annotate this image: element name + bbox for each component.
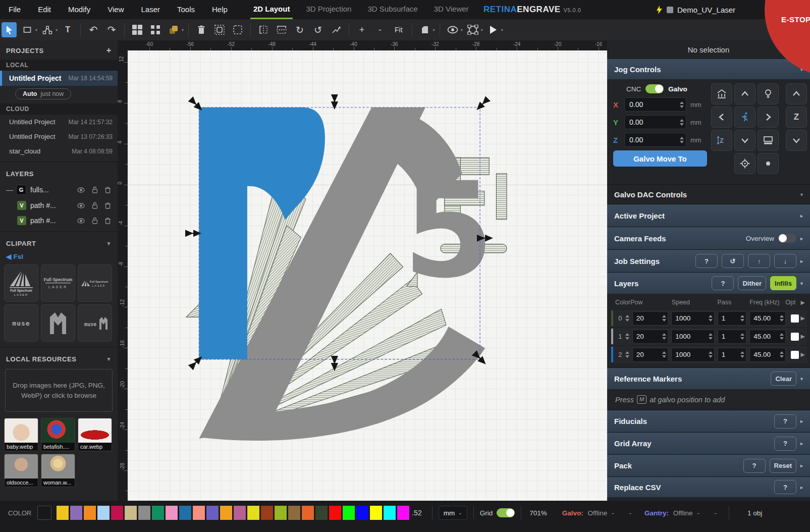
preview-caret[interactable]: ▾ [461, 28, 463, 32]
palette-swatch[interactable] [84, 506, 96, 520]
delete-layer-icon[interactable] [105, 187, 111, 193]
clear-markers-button[interactable]: Clear [771, 371, 796, 386]
clipart-tile-fsl-text-logo[interactable]: Full SpectrumLASER [41, 264, 75, 302]
freq-input[interactable]: 45.00 [749, 311, 785, 326]
table-header-caret[interactable]: ▶ [801, 299, 805, 306]
clipart-tile-muse-combo-logo[interactable]: muse [78, 304, 112, 342]
resource-thumbnail[interactable]: oldsocce... [4, 454, 38, 487]
select-area-button[interactable] [230, 22, 245, 37]
set-origin-button[interactable] [758, 153, 779, 174]
layer-index-spinner[interactable] [625, 314, 629, 323]
opt-checkbox[interactable] [791, 314, 799, 323]
section-reference-markers[interactable]: Reference Markers Clear ▾ [607, 368, 810, 389]
grid-toggle[interactable] [497, 508, 515, 517]
palette-swatch[interactable] [138, 506, 150, 520]
autosave-pill[interactable]: Auto just now [15, 88, 71, 99]
handle-bottom-left[interactable] [194, 358, 200, 364]
logo-digit-5[interactable]: 5 [403, 154, 494, 307]
section-replace-csv[interactable]: Replace CSV ? ▸ [607, 477, 810, 497]
trace-image-button[interactable] [212, 22, 227, 37]
zoom-out-button[interactable]: - [372, 22, 388, 37]
speed-input[interactable]: 1000 [671, 330, 714, 344]
overview-toggle[interactable] [778, 234, 796, 243]
palette-swatch[interactable] [111, 506, 123, 520]
pass-input[interactable]: 1 [718, 311, 747, 326]
z-up-button[interactable] [786, 83, 807, 104]
preview-button[interactable] [445, 22, 460, 37]
palette-swatch[interactable] [57, 506, 69, 520]
menu-file[interactable]: File [0, 0, 29, 19]
cnc-galvo-toggle[interactable] [645, 84, 664, 93]
speed-input[interactable]: 1000 [671, 311, 714, 326]
frame-job-button[interactable] [465, 22, 480, 37]
text-tool[interactable]: T [60, 22, 75, 37]
palette-swatch[interactable] [302, 506, 314, 520]
clipart-collapse-caret[interactable]: ▼ [106, 241, 112, 246]
palette-swatch[interactable] [356, 506, 368, 520]
palette-swatch[interactable] [97, 506, 110, 520]
galvo-move-to-button[interactable]: Galvo Move To [613, 150, 707, 167]
section-active-project[interactable]: Active Project▸ [607, 204, 810, 227]
visibility-eye-icon[interactable] [77, 203, 85, 208]
section-job-settings[interactable]: Job Settings ?↺↑↓ ▸ [607, 250, 810, 272]
opt-checkbox[interactable] [791, 351, 799, 359]
delete-layer-icon[interactable] [105, 202, 111, 209]
cloud-project-row[interactable]: Untitled ProjectMar 13 07:26:33 [0, 129, 118, 144]
section-jog-controls[interactable]: Jog Controls▾ [607, 59, 810, 79]
mirror-horizontal-button[interactable] [256, 22, 271, 37]
section-layers[interactable]: Layers ? Dither Infills ▾ [607, 273, 810, 294]
dither-button[interactable]: Dither [738, 276, 766, 290]
tab-3d-projection[interactable]: 3D Projection [298, 0, 359, 19]
palette-swatch[interactable] [166, 506, 178, 520]
section-camera-feeds[interactable]: Camera Feeds Overview ▸ [607, 227, 810, 249]
tab-3d-subsurface[interactable]: 3D Subsurface [359, 0, 425, 19]
fiducials-help-button[interactable]: ? [774, 414, 796, 429]
bed-button[interactable] [758, 130, 779, 151]
clipart-tile-muse-m-logo[interactable] [41, 304, 75, 342]
menu-edit[interactable]: Edit [29, 0, 60, 19]
lock-icon[interactable] [92, 186, 98, 193]
palette-swatch[interactable] [125, 506, 137, 520]
layer-index-spinner[interactable] [625, 351, 629, 359]
lock-icon[interactable] [92, 202, 98, 209]
section-pack[interactable]: Pack ?Reset ▸ [607, 455, 810, 476]
section-galvo-dac[interactable]: Galvo DAC Controls▾ [607, 185, 810, 204]
palette-swatch[interactable] [288, 506, 300, 520]
menu-laser[interactable]: Laser [132, 0, 169, 19]
layer-row[interactable]: Vpath #... [0, 213, 118, 228]
mirror-vertical-button[interactable] [274, 22, 289, 37]
lock-icon[interactable] [92, 217, 98, 224]
replace-csv-help-button[interactable]: ? [774, 480, 796, 494]
clipart-back-link[interactable]: ◀Fsl [0, 251, 118, 264]
freq-input[interactable]: 45.00 [749, 330, 785, 344]
zoom-in-button[interactable]: + [354, 22, 369, 37]
layer-row[interactable]: —Gfulls... [0, 182, 118, 198]
distribute-grid-button[interactable] [148, 22, 163, 37]
pack-reset-button[interactable]: Reset [770, 459, 796, 473]
menu-tools[interactable]: Tools [169, 0, 203, 19]
palette-swatch[interactable] [370, 506, 382, 520]
run-job-button[interactable] [485, 22, 501, 37]
undo-button[interactable]: ↶ [86, 22, 101, 37]
palette-swatch[interactable] [275, 506, 287, 520]
align-grid-button[interactable] [130, 22, 145, 37]
pow-input[interactable]: 20 [632, 330, 668, 344]
menu-modify[interactable]: Modify [60, 0, 99, 19]
resource-thumbnail[interactable]: car.webp [78, 418, 112, 451]
device-status[interactable]: Demo_UV_Laser [656, 0, 735, 19]
add-project-button[interactable]: + [106, 45, 112, 56]
resource-thumbnail[interactable]: baby.webp [4, 418, 38, 451]
clipart-tile-fsl-small-logo[interactable]: Full SpectrumLASER [78, 264, 112, 302]
zoom-fit-button[interactable]: Fit [391, 22, 407, 37]
pass-input[interactable]: 1 [718, 330, 747, 344]
menu-view[interactable]: View [99, 0, 132, 19]
clipart-tile-muse-text-logo[interactable]: muse [4, 304, 38, 342]
layer-row[interactable]: Vpath #... [0, 198, 118, 213]
duplicate-caret[interactable]: ▾ [182, 28, 184, 32]
layer-index-spinner[interactable] [625, 333, 629, 341]
shape-tool[interactable] [20, 22, 35, 37]
jog-left-button[interactable] [711, 107, 732, 128]
palette-swatch[interactable] [247, 506, 259, 520]
resource-thumbnail[interactable]: woman.w... [41, 454, 75, 487]
z-home-button[interactable]: Z [711, 130, 732, 151]
